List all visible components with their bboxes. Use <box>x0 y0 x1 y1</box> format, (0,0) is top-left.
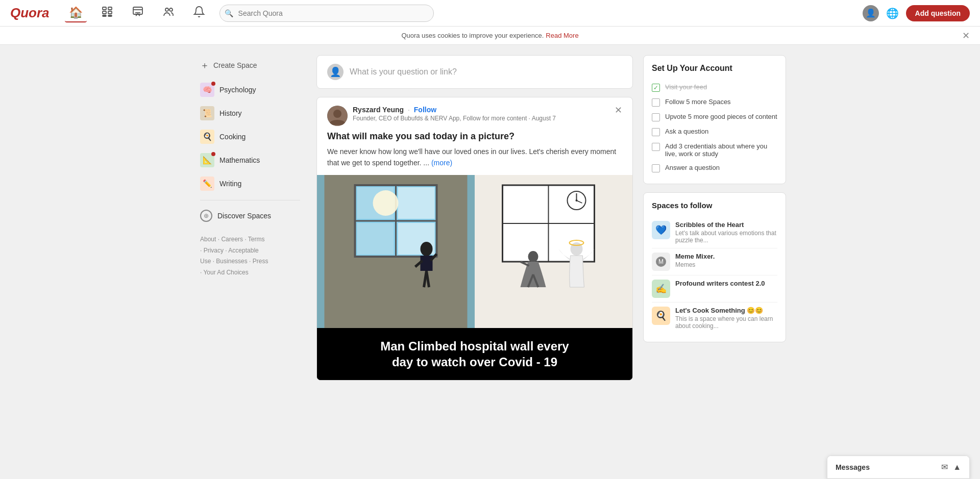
footer-use-link[interactable]: Use <box>200 258 211 265</box>
setup-item-ask-question[interactable]: Ask a question <box>652 124 777 139</box>
sidebar-item-psychology[interactable]: 🧠 Psychology <box>194 79 306 101</box>
footer-privacy-link[interactable]: Privacy <box>204 247 224 254</box>
space-follow-item-profound-writers[interactable]: ✍️ Profound writers contest 2.0 <box>652 275 777 302</box>
sidebar-item-writing[interactable]: ✏️ Writing <box>194 172 306 195</box>
setup-checkbox-answer-question <box>652 164 660 172</box>
footer-terms-link[interactable]: Terms <box>248 236 265 243</box>
cookie-text: Quora uses cookies to improve your exper… <box>401 32 544 39</box>
space-follow-item-scribbles[interactable]: 💙 Scribbles of the Heart Let's talk abou… <box>652 217 777 248</box>
setup-item-add-credentials[interactable]: Add 3 credentials about where you live, … <box>652 139 777 161</box>
spaces-to-follow-card: Spaces to follow 💙 Scribbles of the Hear… <box>643 192 786 342</box>
svg-rect-19 <box>357 223 394 255</box>
post-more-link[interactable]: (more) <box>431 159 452 167</box>
post-author-name[interactable]: Ryszard Yeung <box>353 106 404 114</box>
home-icon[interactable]: 🏠 <box>65 4 87 22</box>
sidebar-item-history[interactable]: 📜 History <box>194 102 306 124</box>
cookie-close-button[interactable]: ✕ <box>962 30 970 41</box>
cookie-read-more-link[interactable]: Read More <box>546 32 578 39</box>
cookie-banner: Quora uses cookies to improve your exper… <box>0 27 980 45</box>
sidebar-item-discover-spaces[interactable]: ⊕ Discover Spaces <box>194 206 306 226</box>
post-image-right <box>475 175 632 328</box>
svg-point-12 <box>333 110 341 118</box>
create-space-label: Create Space <box>213 61 257 69</box>
writing-label: Writing <box>219 180 241 188</box>
left-sidebar: ＋ Create Space 🧠 Psychology 📜 History 🍳 … <box>194 55 306 381</box>
quora-logo[interactable]: Quora <box>10 5 50 21</box>
setup-item-follow-spaces[interactable]: Follow 5 more Spaces <box>652 95 777 110</box>
post-image-container[interactable]: Man Climbed hospital wall every day to w… <box>317 175 632 380</box>
footer-press-link[interactable]: Press <box>253 258 268 265</box>
svg-rect-20 <box>398 187 435 219</box>
add-question-button[interactable]: Add question <box>906 5 970 21</box>
profound-writers-space-name: Profound writers contest 2.0 <box>675 280 765 287</box>
setup-checkbox-upvote <box>652 113 660 121</box>
history-label: History <box>219 109 242 117</box>
notifications-icon[interactable] <box>189 4 209 23</box>
post-card: Ryszard Yeung · Follow Founder, CEO of B… <box>316 97 633 381</box>
cooking-label: Cooking <box>219 133 246 141</box>
post-author-bio: Founder, CEO of Bubufds & NERV App, Foll… <box>353 115 556 122</box>
setup-item-upvote[interactable]: Upvote 5 more good pieces of content <box>652 110 777 124</box>
space-follow-item-lets-cook[interactable]: 🍳 Let's Cook Something 😊😊 This is a spac… <box>652 302 777 334</box>
groups-icon[interactable] <box>158 4 179 23</box>
svg-rect-0 <box>103 7 106 10</box>
create-space-button[interactable]: ＋ Create Space <box>194 55 306 75</box>
setup-item-answer-question[interactable]: Answer a question <box>652 161 777 175</box>
setup-answer-question-label: Answer a question <box>665 164 720 171</box>
ask-question-box[interactable]: 👤 What is your question or link? <box>316 55 633 89</box>
svg-rect-5 <box>108 15 112 16</box>
discover-spaces-label: Discover Spaces <box>217 212 271 220</box>
sidebar-item-cooking[interactable]: 🍳 Cooking <box>194 125 306 148</box>
search-icon: 🔍 <box>225 9 233 17</box>
history-space-icon: 📜 <box>200 106 214 120</box>
sidebar-divider <box>200 200 300 200</box>
user-avatar[interactable]: 👤 <box>863 5 879 21</box>
post-author-details: Ryszard Yeung · Follow Founder, CEO of B… <box>353 106 556 122</box>
setup-item-visit-feed[interactable]: ✓ Visit your feed <box>652 80 777 95</box>
setup-checkbox-visit-feed: ✓ <box>652 84 660 92</box>
answer-icon[interactable] <box>128 4 148 23</box>
post-title[interactable]: What will make you sad today in a pictur… <box>317 131 632 146</box>
scribbles-space-desc: Let's talk about various emotions that p… <box>675 230 777 244</box>
svg-point-23 <box>421 242 433 256</box>
footer-acceptable-use-link[interactable]: Acceptable <box>228 247 258 254</box>
svg-rect-3 <box>108 11 112 14</box>
post-author-avatar[interactable] <box>327 106 348 126</box>
feed-icon[interactable] <box>97 4 117 23</box>
psychology-label: Psychology <box>219 86 256 94</box>
post-image-caption: Man Climbed hospital wall every day to w… <box>317 328 632 380</box>
svg-rect-24 <box>421 256 433 271</box>
post-image-composite <box>317 175 632 328</box>
svg-rect-4 <box>103 15 106 16</box>
lets-cook-space-details: Let's Cook Something 😊😊 This is a space … <box>675 307 777 330</box>
svg-text:M: M <box>658 258 664 265</box>
scribbles-space-details: Scribbles of the Heart Let's talk about … <box>675 221 777 244</box>
meme-mixer-space-icon: M <box>652 253 670 271</box>
mathematics-notification-dot <box>211 152 215 156</box>
footer-businesses-link[interactable]: Businesses <box>216 258 247 265</box>
space-follow-item-meme-mixer[interactable]: M Meme Mixer. Memes <box>652 248 777 275</box>
footer-ad-choices-link[interactable]: Your Ad Choices <box>203 269 248 276</box>
post-close-button[interactable]: ✕ <box>615 106 622 115</box>
svg-point-22 <box>373 190 399 216</box>
language-icon[interactable]: 🌐 <box>886 7 899 19</box>
setup-checkbox-follow-spaces <box>652 98 660 107</box>
search-input[interactable] <box>219 5 434 22</box>
footer-about-link[interactable]: About <box>200 236 216 243</box>
meme-mixer-space-desc: Memes <box>675 261 715 268</box>
profound-writers-space-details: Profound writers contest 2.0 <box>675 280 765 288</box>
post-header: Ryszard Yeung · Follow Founder, CEO of B… <box>317 97 632 131</box>
svg-point-34 <box>528 251 538 262</box>
svg-point-38 <box>571 242 583 256</box>
profound-writers-space-icon: ✍️ <box>652 280 670 298</box>
footer-careers-link[interactable]: Careers <box>221 236 243 243</box>
nav-right-actions: 👤 🌐 Add question <box>863 5 970 21</box>
post-follow-button[interactable]: Follow <box>414 106 436 114</box>
post-author-info: Ryszard Yeung · Follow Founder, CEO of B… <box>327 106 556 126</box>
writing-space-icon: ✏️ <box>200 177 214 191</box>
sidebar-item-mathematics[interactable]: 📐 Mathematics <box>194 149 306 171</box>
psychology-notification-dot <box>211 82 215 86</box>
svg-point-9 <box>165 8 168 11</box>
post-image-left <box>317 175 475 328</box>
lets-cook-space-name: Let's Cook Something 😊😊 <box>675 307 777 314</box>
